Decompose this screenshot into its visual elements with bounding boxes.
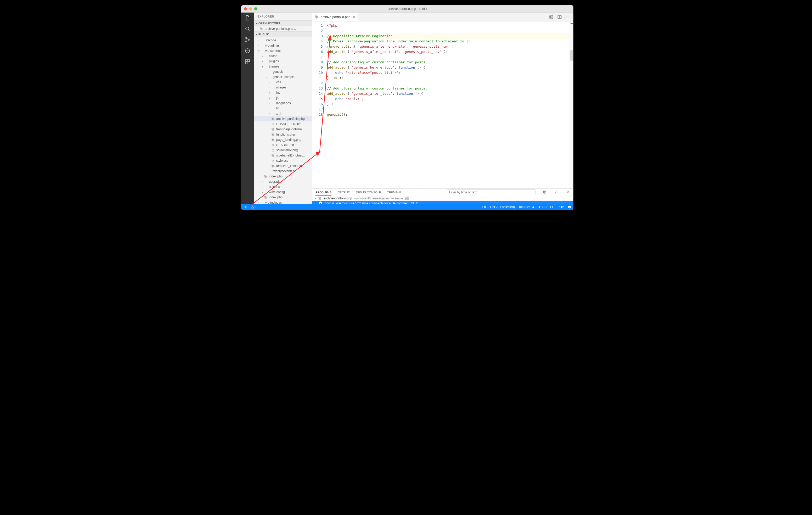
file-item[interactable]: 🐘front-page-notusin... <box>254 127 312 132</box>
svg-rect-13 <box>543 191 545 193</box>
tab-terminal[interactable]: TERMINAL <box>387 191 402 194</box>
tab-debug-console[interactable]: DEBUG CONSOLE <box>356 191 381 194</box>
tab-problems[interactable]: PROBLEMS <box>316 191 331 194</box>
feedback-icon[interactable] <box>568 205 571 209</box>
minimize-window-button[interactable] <box>249 7 252 10</box>
file-item[interactable]: 🐘index.php <box>254 174 312 179</box>
file-item[interactable]: 🐘page_landing.php <box>254 137 312 142</box>
tab-active[interactable]: 🐘 archive-portfolio.php × <box>312 12 358 21</box>
more-icon[interactable] <box>566 15 570 19</box>
line-gutter: 123456789101112131415161718 <box>312 22 325 189</box>
folder-item[interactable]: ›twentyseventeen <box>254 169 312 174</box>
svg-point-0 <box>245 27 249 30</box>
folder-item[interactable]: ›genesis <box>254 69 312 74</box>
php-icon: 🐘 <box>260 27 264 31</box>
minimap-scrollbar[interactable] <box>570 50 573 61</box>
folder-item[interactable]: ›inc <box>254 90 312 95</box>
problem-item[interactable]: ✕ [phpcs] You must use "/**" style comme… <box>312 201 573 204</box>
debug-icon[interactable] <box>244 48 251 54</box>
img-icon: ▢ <box>271 149 275 152</box>
chevron-up-icon[interactable] <box>554 190 559 195</box>
panel-tabs: PROBLEMS OUTPUT DEBUG CONSOLE TERMINAL <box>312 189 573 196</box>
code-content[interactable]: <?php // Reposition Archive Pagination./… <box>325 22 569 189</box>
svg-point-17 <box>569 206 569 207</box>
editor-area: 🐘 archive-portfolio.php × 12345678910111… <box>312 12 573 204</box>
status-lncol[interactable]: Ln 3, Col 2 (1 selected) <box>483 205 515 209</box>
status-language[interactable]: PHP <box>557 205 564 209</box>
folder-item[interactable]: ›js <box>254 95 312 101</box>
folder-item[interactable]: ›images <box>254 85 312 90</box>
file-item[interactable]: #style.css <box>254 158 312 163</box>
folder-item[interactable]: ›cache <box>254 53 312 59</box>
chevron-icon: ▾ <box>261 65 264 68</box>
status-encoding[interactable]: UTF-8 <box>538 205 547 209</box>
folder-item[interactable]: ›wp-admin <box>254 43 312 48</box>
collapse-all-icon[interactable] <box>542 190 547 195</box>
file-item[interactable]: ≡README.txt <box>254 142 312 148</box>
folder-item[interactable]: ›w3tc-config <box>254 190 312 195</box>
php-icon: 🐘 <box>318 197 322 200</box>
file-item[interactable]: 🐘template_items-car... <box>254 163 312 169</box>
txt-icon: ≡ <box>271 122 275 125</box>
app-window: archive-portfolio.php - public EXPLORER … <box>241 5 573 210</box>
source-control-icon[interactable] <box>244 37 251 43</box>
extensions-icon[interactable] <box>244 59 251 65</box>
open-editors-section[interactable]: ▾OPEN EDITORS <box>254 21 312 26</box>
file-item[interactable]: ≡CHANGELOG.txt <box>254 121 312 127</box>
php-icon: 🐘 <box>271 138 275 142</box>
chevron-icon: › <box>268 102 271 105</box>
status-errors[interactable]: 1 0 <box>243 205 257 209</box>
activity-bar <box>241 12 254 204</box>
tab-output[interactable]: OUTPUT <box>338 191 349 194</box>
folder-item[interactable]: ›plugins <box>254 59 312 64</box>
file-item[interactable]: ▢screenshot.png <box>254 148 312 153</box>
php-icon: 🐘 <box>271 128 275 131</box>
split-editor-icon[interactable] <box>557 15 562 19</box>
problem-file-row[interactable]: ▾ 🐘 archive-portfolio.php wp-content/the… <box>312 196 573 201</box>
chevron-icon: › <box>268 112 271 115</box>
svg-rect-6 <box>248 60 250 61</box>
file-tree: ›.vscode›wp-admin▾wp-content›cache›plugi… <box>254 37 312 204</box>
code-editor[interactable]: 123456789101112131415161718 <?php // Rep… <box>312 22 573 189</box>
php-icon: 🐘 <box>315 15 319 19</box>
status-eol[interactable]: LF <box>550 205 554 209</box>
folder-item[interactable]: ›lib <box>254 106 312 111</box>
minimap[interactable] <box>569 22 573 189</box>
problems-filter-input[interactable] <box>447 190 536 195</box>
status-tabsize[interactable]: Tab Size: 4 <box>519 205 534 209</box>
folder-item[interactable]: ▾themes <box>254 64 312 69</box>
svg-point-16 <box>568 206 571 208</box>
diff-icon[interactable] <box>549 15 554 19</box>
folder-item[interactable]: ›wp-includes <box>254 200 312 204</box>
status-bar: 1 0 Ln 3, Col 2 (1 selected) Tab Size: 4… <box>241 204 573 210</box>
php-icon: 🐘 <box>271 117 275 121</box>
error-icon: ✕ <box>319 201 322 204</box>
close-window-button[interactable] <box>244 7 247 10</box>
svg-point-3 <box>248 39 249 40</box>
workspace-section[interactable]: ▾PUBLIC <box>254 31 312 37</box>
folder-item[interactable]: ›css <box>254 80 312 85</box>
files-icon[interactable] <box>244 15 251 21</box>
file-item[interactable]: 🐘index.php <box>254 195 312 200</box>
php-icon: 🐘 <box>271 154 275 157</box>
maximize-window-button[interactable] <box>254 7 257 10</box>
close-panel-icon[interactable] <box>565 190 570 195</box>
chevron-icon: › <box>268 107 271 110</box>
folder-item[interactable]: ›.vscode <box>254 38 312 43</box>
svg-point-2 <box>245 41 247 42</box>
search-icon[interactable] <box>244 26 251 32</box>
file-item[interactable]: 🐘archive-portfolio.php <box>254 116 312 121</box>
file-item[interactable]: 🐘sidebar-alt2-notusi... <box>254 153 312 158</box>
open-editor-item[interactable]: 🐘 archive-portfolio.php ... <box>254 26 312 31</box>
folder-item[interactable]: ›upgrade <box>254 179 312 184</box>
php-icon: 🐘 <box>264 196 268 199</box>
folder-item[interactable]: ›xml <box>254 111 312 116</box>
folder-item[interactable]: ›uploads <box>254 184 312 190</box>
tab-label: archive-portfolio.php <box>321 15 350 19</box>
close-icon[interactable]: × <box>353 15 355 19</box>
folder-item[interactable]: ▾genesis-sample <box>254 74 312 80</box>
folder-item[interactable]: ▾wp-content <box>254 48 312 53</box>
folder-item[interactable]: ›languages <box>254 101 312 106</box>
file-item[interactable]: 🐘functions.php <box>254 132 312 137</box>
titlebar: archive-portfolio.php - public <box>241 5 573 12</box>
